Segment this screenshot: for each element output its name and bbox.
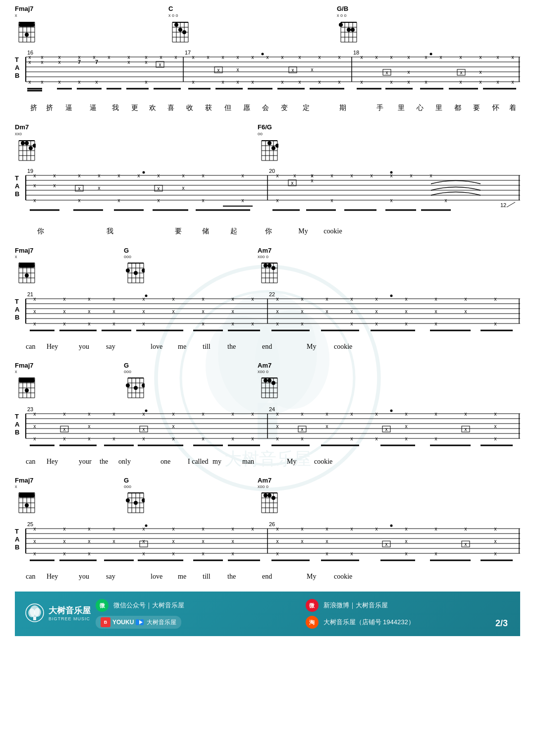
svg-text:x: x — [202, 296, 205, 302]
chord-mute-am7-2: xoo o — [258, 369, 278, 374]
svg-point-194 — [143, 171, 145, 174]
lyric-8: 喜 — [161, 104, 180, 112]
chord-am7-1: Am7 xoo o — [258, 247, 278, 287]
svg-text:x: x — [281, 54, 284, 60]
svg-text:x: x — [351, 309, 353, 314]
lyric-6: 更 — [125, 104, 144, 112]
svg-point-516 — [268, 493, 271, 497]
chord-grid-am7-3 — [258, 489, 278, 515]
svg-text:7: 7 — [95, 59, 98, 65]
svg-text:x: x — [375, 526, 378, 532]
svg-text:x: x — [276, 321, 279, 326]
svg-text:x: x — [113, 539, 115, 544]
tab-staff-3: T A B 21 22 x x x — [15, 290, 520, 342]
footer-logo-text: 大树音乐屋 — [49, 605, 91, 616]
svg-text:x: x — [202, 309, 205, 314]
chord-g-3: G ooo — [124, 477, 145, 517]
lyric4-9: man — [242, 458, 287, 466]
lyric-11: 但 — [218, 104, 238, 112]
svg-text:x: x — [34, 198, 36, 203]
svg-text:x: x — [232, 309, 234, 314]
chord-mute-g-3: ooo — [124, 484, 145, 489]
svg-text:x: x — [338, 79, 341, 85]
svg-text:B: B — [15, 429, 19, 436]
chord-grid-f6g-1 — [258, 137, 278, 162]
lyric4-5: only — [118, 458, 160, 466]
svg-text:x: x — [113, 321, 115, 326]
svg-text:x: x — [232, 436, 234, 441]
chord-mute-dm7-1: xxo — [15, 131, 36, 136]
svg-text:x: x — [361, 79, 363, 85]
lyric3-5: love — [151, 343, 178, 351]
svg-text:x: x — [326, 411, 328, 417]
svg-text:x: x — [375, 321, 378, 326]
lyric-7: 欢 — [144, 104, 162, 112]
svg-text:x: x — [98, 173, 101, 178]
svg-text:x: x — [351, 173, 353, 178]
svg-text:x: x — [232, 551, 234, 556]
svg-text:x: x — [108, 54, 110, 60]
svg-text:x: x — [34, 173, 36, 178]
svg-text:x: x — [386, 70, 388, 75]
svg-text:x: x — [29, 79, 31, 85]
svg-point-42 — [339, 23, 343, 27]
svg-point-596 — [28, 608, 35, 617]
svg-text:x: x — [88, 296, 91, 302]
lyric5-11: cookie — [334, 573, 364, 581]
svg-text:x: x — [465, 411, 467, 417]
chord-mute-f6g-1: oo — [258, 131, 278, 136]
svg-text:x: x — [301, 309, 304, 314]
svg-text:x: x — [222, 54, 224, 60]
chord-grid-fmaj7-4 — [15, 489, 36, 515]
chord-g-1: G ooo — [124, 247, 145, 287]
svg-text:x: x — [497, 79, 499, 85]
svg-point-400 — [268, 378, 271, 382]
svg-point-29 — [174, 23, 178, 27]
svg-text:x: x — [232, 321, 234, 326]
wechat-text: 微信公众号｜大树音乐屋 — [113, 601, 184, 610]
svg-text:x: x — [512, 54, 514, 60]
svg-text:x: x — [405, 296, 408, 302]
lyric5-3: you — [79, 573, 106, 581]
page-number: 2/3 — [495, 618, 508, 629]
svg-text:x: x — [405, 436, 408, 441]
svg-point-30 — [178, 28, 182, 32]
svg-text:x: x — [232, 526, 234, 532]
svg-text:x: x — [192, 54, 195, 60]
svg-text:x: x — [331, 173, 333, 178]
svg-text:x: x — [34, 436, 36, 441]
svg-text:x: x — [182, 185, 185, 191]
svg-text:x: x — [113, 411, 115, 417]
svg-text:T: T — [15, 413, 19, 420]
svg-text:x: x — [158, 198, 160, 203]
svg-text:x: x — [494, 296, 497, 302]
svg-text:x: x — [435, 309, 437, 314]
lyric-4: 逼 — [81, 104, 106, 112]
b-icon: B — [101, 617, 110, 627]
svg-text:x: x — [435, 296, 437, 302]
svg-text:x: x — [326, 526, 328, 532]
svg-text:x: x — [88, 411, 91, 417]
tab-staff-4: T A B 23 24 x x x — [15, 405, 520, 457]
svg-text:x: x — [143, 321, 145, 326]
svg-text:x: x — [494, 551, 497, 556]
svg-text:x: x — [252, 436, 254, 441]
svg-text:x: x — [34, 424, 36, 429]
svg-text:x: x — [375, 309, 378, 314]
chord-grid-fmaj7-1 — [15, 18, 36, 44]
footer-logo-sub: BIGTREE MUSIC — [49, 616, 91, 621]
svg-text:x: x — [390, 54, 393, 60]
svg-text:x: x — [276, 526, 279, 532]
chord-g-2: G ooo — [124, 362, 145, 402]
svg-text:x: x — [159, 62, 161, 67]
svg-rect-374 — [19, 378, 35, 382]
svg-point-163 — [21, 141, 25, 145]
svg-text:x: x — [88, 526, 91, 532]
lyrics-row-1: 挤 挤 逼 逼 我 更 欢 喜 收 获 但 愿 会 变 定 期 手 里 心 里 — [15, 104, 520, 112]
svg-text:x: x — [113, 526, 115, 532]
lyric-10: 获 — [199, 104, 218, 112]
svg-text:x: x — [143, 551, 145, 556]
lyric5-9: end — [262, 573, 307, 581]
lyric-21: 都 — [448, 104, 467, 112]
chord-grid-am7-1 — [258, 259, 278, 285]
